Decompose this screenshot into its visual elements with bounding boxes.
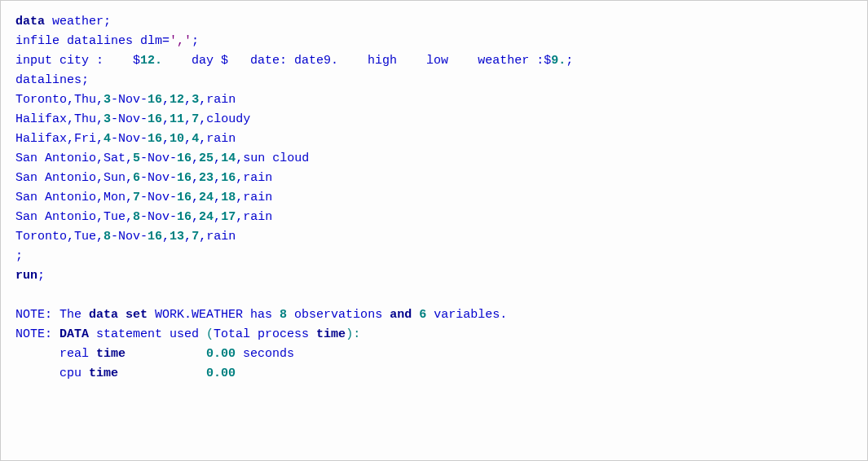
text: San Antonio,Tue,	[15, 210, 133, 224]
number: 16	[148, 112, 162, 126]
text: ,rain	[236, 210, 272, 224]
text: ;	[37, 269, 45, 283]
text: ,	[192, 151, 199, 165]
number: 25	[199, 151, 214, 165]
text: seconds	[236, 347, 294, 361]
dataline-row: Halifax,Fri,4-Nov-16,10,4,rain	[15, 132, 236, 146]
kw-run: run	[15, 269, 37, 283]
text: infile	[15, 34, 59, 48]
sas-code-block: data weather; infile datalines dlm=','; …	[0, 0, 868, 461]
dataline-row: Halifax,Thu,3-Nov-16,11,7,cloudy	[15, 112, 250, 126]
line-data: data weather;	[15, 15, 111, 29]
text: ,	[184, 132, 192, 146]
text: Toronto,Tue,	[15, 230, 104, 244]
number: 3	[192, 93, 199, 107]
text: city : $	[52, 54, 140, 68]
number: 23	[199, 171, 214, 185]
number: 11	[170, 112, 184, 126]
text: Toronto,Thu,	[15, 93, 104, 107]
number: 4	[192, 132, 199, 146]
text: -Nov-	[140, 210, 177, 224]
kw-data: data	[15, 15, 45, 29]
number: 16	[148, 93, 162, 107]
text: ,	[162, 93, 170, 107]
text: day $ date: date9. high low weather :$	[162, 54, 551, 68]
text: NOTE: The	[15, 308, 89, 322]
text: ,	[192, 191, 199, 204]
line-end-semicolon: ;	[15, 249, 23, 263]
number: 16	[177, 210, 192, 224]
line-datalines: datalines;	[15, 73, 89, 87]
number: 6	[419, 308, 426, 322]
number: 12	[170, 93, 184, 107]
number: 8	[133, 210, 140, 224]
kw: time	[96, 347, 126, 361]
text: ,	[214, 191, 221, 204]
number: 0.00	[206, 347, 236, 361]
number: 16	[148, 230, 162, 244]
dataline-row: Toronto,Tue,8-Nov-16,13,7,rain	[15, 230, 236, 244]
dataline-row: San Antonio,Mon,7-Nov-16,24,18,rain	[15, 191, 272, 204]
text: -Nov-	[111, 230, 148, 244]
number: 10	[170, 132, 184, 146]
number: 9.	[551, 54, 566, 68]
text: ,	[162, 132, 170, 146]
text: datalines dlm=	[59, 34, 170, 48]
text: ,rain	[199, 132, 236, 146]
text: San Antonio,Sat,	[15, 151, 133, 165]
kw: set	[126, 308, 148, 322]
number: 8	[280, 308, 287, 322]
text: cpu	[15, 367, 89, 380]
text: input	[15, 54, 52, 68]
text: NOTE:	[15, 327, 59, 341]
text: -Nov-	[111, 93, 148, 107]
number: 13	[170, 230, 184, 244]
text: Halifax,Fri,	[15, 132, 104, 146]
text: variables.	[426, 308, 507, 322]
dataline-row: San Antonio,Sat,5-Nov-16,25,14,sun cloud	[15, 151, 309, 165]
text: ,rain	[199, 93, 236, 107]
text: San Antonio,Mon,	[15, 191, 133, 204]
text: statement used	[89, 327, 206, 341]
text: Total process	[214, 327, 316, 341]
number: 7	[192, 112, 199, 126]
text: -Nov-	[140, 171, 177, 185]
text	[412, 308, 419, 322]
dataline-row: San Antonio,Tue,8-Nov-16,24,17,rain	[15, 210, 272, 224]
number: 24	[199, 210, 214, 224]
text: ,	[214, 171, 221, 185]
line-run: run;	[15, 269, 45, 283]
dataline-row: Toronto,Thu,3-Nov-16,12,3,rain	[15, 93, 236, 107]
note-line: NOTE: DATA statement used (Total process…	[15, 327, 360, 341]
number: 18	[221, 191, 236, 204]
number: 24	[199, 191, 214, 204]
kw: DATA	[59, 327, 89, 341]
number: 16	[177, 191, 192, 204]
text: ,	[184, 112, 192, 126]
paren: ):	[346, 327, 360, 341]
number: 0.00	[206, 367, 236, 380]
text: ,cloudy	[199, 112, 250, 126]
number: 8	[104, 230, 111, 244]
text: ,	[162, 230, 170, 244]
text: -Nov-	[111, 132, 148, 146]
number: 16	[221, 171, 236, 185]
text: ,	[214, 210, 221, 224]
text: ,sun cloud	[236, 151, 309, 165]
paren: (	[206, 327, 214, 341]
text: ,	[192, 171, 199, 185]
text: ;	[192, 34, 199, 48]
number: 12.	[140, 54, 162, 68]
text: ;	[566, 54, 573, 68]
number: 14	[221, 151, 236, 165]
kw: and	[390, 308, 412, 322]
text: -Nov-	[140, 151, 177, 165]
blank-line	[15, 288, 23, 302]
text	[118, 367, 206, 380]
kw: time	[89, 367, 118, 380]
text: San Antonio,Sun,	[15, 171, 133, 185]
text: ,	[184, 93, 192, 107]
text: ,	[214, 151, 221, 165]
number: 3	[104, 112, 111, 126]
number: 3	[104, 93, 111, 107]
